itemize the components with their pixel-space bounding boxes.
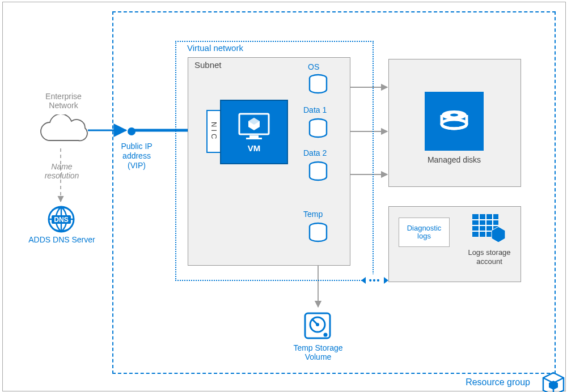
svg-rect-23 <box>249 135 259 138</box>
svg-point-9 <box>442 120 467 129</box>
subnet-label: Subnet <box>194 60 222 70</box>
svg-rect-24 <box>246 138 262 139</box>
temp-storage-volume-label: Temp Storage Volume <box>284 343 352 361</box>
enterprise-network-label: Enterprise Network <box>38 92 89 110</box>
data2-disk-label: Data 2 <box>303 148 327 157</box>
vm-monitor-icon <box>237 112 271 141</box>
svg-point-10 <box>450 113 458 116</box>
temp-disk-cylinder-icon <box>308 222 328 245</box>
managed-disks-icon <box>425 92 484 151</box>
temp-disk-label: Temp <box>303 210 323 219</box>
nic-label: NIC <box>210 122 218 141</box>
logs-storage-account-label: Logs storage account <box>460 248 519 266</box>
dns-globe-icon: DNS <box>46 204 76 234</box>
vnet-peering-icon: ••• <box>366 274 384 287</box>
resource-group-label: Resource group <box>466 377 530 387</box>
public-ip-endpoint-icon <box>128 127 136 135</box>
virtual-network-label: Virtual network <box>187 43 243 53</box>
nic-box: NIC <box>206 110 221 153</box>
vm-tile: VM <box>220 100 288 164</box>
name-resolution-label: Name resolution <box>39 162 84 180</box>
diagnostic-logs-card: Diagnostic logs <box>399 218 450 247</box>
public-ip-label: Public IP address (VIP) <box>114 142 159 170</box>
svg-point-34 <box>324 333 328 337</box>
dns-server-label: ADDS DNS Server <box>22 235 101 244</box>
os-disk-label: OS <box>308 62 319 71</box>
diagnostic-logs-label: Diagnostic logs <box>399 224 449 241</box>
temp-storage-volume-icon <box>302 310 333 342</box>
vm-label: VM <box>248 143 261 153</box>
data1-disk-label: Data 1 <box>303 105 327 114</box>
os-disk-cylinder-icon <box>308 74 328 96</box>
data2-disk-cylinder-icon <box>308 161 328 184</box>
peering-dots: ••• <box>369 276 381 285</box>
svg-text:DNS: DNS <box>54 216 68 224</box>
cloud-icon <box>34 114 91 148</box>
logs-storage-account-icon <box>471 213 506 246</box>
diagram-canvas: Resource group Virtual network Subnet Ma… <box>2 2 566 391</box>
resource-group-cube-icon <box>540 370 567 392</box>
data1-disk-cylinder-icon <box>308 118 328 140</box>
managed-disks-label: Managed disks <box>388 155 520 165</box>
